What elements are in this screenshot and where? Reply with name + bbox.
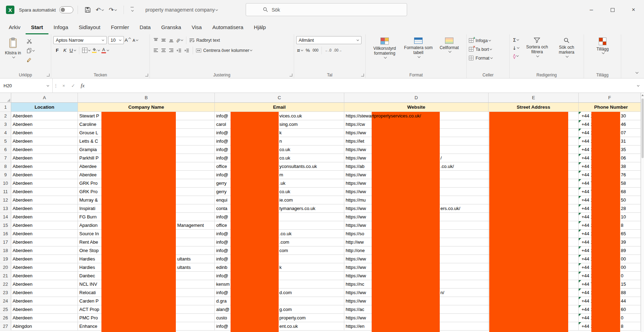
accounting-format-button[interactable]: ¤ <box>296 46 304 54</box>
scrollbar-thumb[interactable] <box>642 99 644 158</box>
align-center-button[interactable] <box>160 46 167 54</box>
cell-location[interactable]: Aberdeen <box>11 188 78 196</box>
format-as-table-button[interactable]: Formatera som tabell <box>401 36 435 72</box>
row-number[interactable]: 2 <box>0 112 11 120</box>
row-number[interactable]: 17 <box>0 238 11 246</box>
delete-cells-button[interactable]: × Ta bort <box>469 45 507 54</box>
row-number[interactable]: 27 <box>0 322 11 331</box>
row-number[interactable]: 5 <box>0 137 11 145</box>
font-name-select[interactable]: Aptos Narrow <box>53 36 107 44</box>
cell-styles-button[interactable]: Cellformat <box>435 36 463 72</box>
cell-location[interactable]: Aberdeen <box>11 137 78 145</box>
clipboard-dialog-launcher[interactable] <box>47 74 49 76</box>
cell-location[interactable]: Abingdon <box>11 322 78 331</box>
cell-location[interactable]: Aberdeen <box>11 246 78 255</box>
cell-location[interactable]: Aberdeen <box>11 314 78 322</box>
decrease-decimal-button[interactable]: .00→ <box>332 48 343 52</box>
number-format-select[interactable]: Allmänt <box>296 36 361 44</box>
row-number[interactable]: 23 <box>0 289 11 297</box>
cell-location[interactable]: Aberdeen <box>11 297 78 305</box>
cell-location[interactable]: Aberdeen <box>11 129 78 137</box>
tab-infoga[interactable]: Infoga <box>48 21 74 34</box>
tab-visa[interactable]: Visa <box>186 21 207 34</box>
cell-location[interactable]: Aberdeen <box>11 112 78 120</box>
column-header-b[interactable]: B <box>78 93 215 103</box>
underline-button[interactable]: U <box>69 46 77 54</box>
cell-location[interactable]: Aberdeen <box>11 120 78 129</box>
cell-location[interactable]: Aberdeen <box>11 171 78 179</box>
decrease-font-button[interactable]: A <box>132 36 139 44</box>
enter-button[interactable]: ✓ <box>68 79 78 93</box>
formula-bar-handle[interactable]: ⋮ <box>53 79 59 93</box>
redo-button[interactable]: ↷ <box>109 7 117 13</box>
row-number[interactable]: 18 <box>0 246 11 255</box>
row-number[interactable]: 1 <box>0 103 11 112</box>
maximize-button[interactable] <box>602 0 623 20</box>
formula-bar-expand-button[interactable] <box>631 79 644 93</box>
row-number[interactable]: 9 <box>0 171 11 179</box>
row-number[interactable]: 4 <box>0 129 11 137</box>
cell-email-header[interactable]: Email <box>215 103 344 112</box>
insert-cells-button[interactable]: + Infoga <box>469 36 507 45</box>
cell-location[interactable]: Aberdeen <box>11 238 78 246</box>
cell-location[interactable]: Aberdeen <box>11 154 78 162</box>
increase-decimal-button[interactable]: ←.0 <box>324 48 332 52</box>
row-number[interactable]: 3 <box>0 120 11 129</box>
borders-button[interactable] <box>81 46 91 54</box>
align-middle-button[interactable] <box>160 36 167 44</box>
scroll-up-button[interactable] <box>642 94 644 96</box>
row-number[interactable]: 26 <box>0 314 11 322</box>
percent-button[interactable]: % <box>304 46 312 54</box>
search-box[interactable]: Sök <box>246 3 407 16</box>
row-number[interactable]: 25 <box>0 305 11 314</box>
formula-input[interactable] <box>87 79 631 93</box>
italic-button[interactable]: K <box>61 46 69 54</box>
font-size-select[interactable]: 10 <box>108 36 124 44</box>
paste-button[interactable]: Klistra in <box>2 36 24 72</box>
cell-location-header[interactable]: Location <box>11 103 78 112</box>
merge-center-button[interactable]: Centrera över kolumner <box>195 46 253 54</box>
comma-button[interactable]: 000 <box>312 46 319 54</box>
row-number[interactable]: 13 <box>0 204 11 213</box>
row-number[interactable]: 8 <box>0 162 11 171</box>
cell-street-header[interactable]: Street Address <box>489 103 579 112</box>
align-top-button[interactable] <box>152 36 160 44</box>
minimize-button[interactable]: – <box>581 0 602 20</box>
column-header-f[interactable]: F <box>579 93 641 103</box>
name-box[interactable]: H20 <box>0 79 53 93</box>
row-number[interactable]: 14 <box>0 213 11 221</box>
fill-color-button[interactable] <box>91 46 101 54</box>
cell-company-header[interactable]: Company Name <box>78 103 215 112</box>
row-number[interactable]: 22 <box>0 280 11 289</box>
save-button[interactable] <box>85 7 91 13</box>
cell-location[interactable]: Aberdeen <box>11 255 78 263</box>
decrease-indent-button[interactable] <box>175 46 183 54</box>
cell-location[interactable]: Aberdeen <box>11 162 78 171</box>
align-bottom-button[interactable] <box>167 36 175 44</box>
row-number[interactable]: 24 <box>0 297 11 305</box>
orientation-button[interactable]: ab <box>175 36 184 44</box>
conditional-formatting-button[interactable]: Villkorsstyrd formatering <box>368 36 401 72</box>
format-painter-button[interactable] <box>27 56 36 64</box>
close-button[interactable]: × <box>623 0 644 20</box>
row-number[interactable]: 19 <box>0 255 11 263</box>
tab-automatisera[interactable]: Automatisera <box>207 21 248 34</box>
cell-location[interactable]: Aberdeen <box>11 145 78 154</box>
row-number[interactable]: 21 <box>0 272 11 280</box>
collapse-ribbon-button[interactable] <box>634 69 638 75</box>
autosave-toggle[interactable] <box>59 6 73 13</box>
clear-button[interactable]: ◊ <box>512 52 520 60</box>
sort-filter-button[interactable]: Sortera och filtrera <box>522 36 552 72</box>
row-number[interactable]: 15 <box>0 221 11 230</box>
increase-font-button[interactable]: A <box>124 36 132 44</box>
tab-start[interactable]: Start <box>26 21 48 34</box>
cell-location[interactable]: Aberdeen <box>11 289 78 297</box>
tab-arkiv[interactable]: Arkiv <box>4 21 26 34</box>
find-select-button[interactable]: Sök och markera <box>552 36 581 72</box>
alignment-dialog-launcher[interactable] <box>290 74 292 76</box>
tab-hjalp[interactable]: Hjälp <box>248 21 271 34</box>
copy-button[interactable] <box>27 47 36 54</box>
cut-button[interactable] <box>27 37 36 45</box>
autosum-button[interactable]: Σ <box>512 36 520 43</box>
wrap-text-button[interactable]: Radbryt text <box>188 36 220 44</box>
